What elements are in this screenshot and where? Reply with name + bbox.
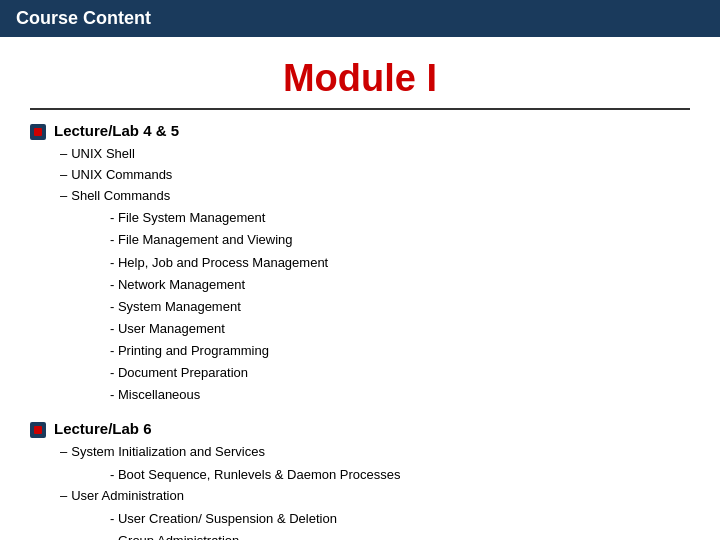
- list-item: – Shell Commands: [60, 186, 690, 207]
- sub-list-2: – System Initialization and Services - B…: [60, 442, 690, 540]
- list-item: - System Management: [110, 296, 690, 318]
- list-item: - Document Preparation: [110, 362, 690, 384]
- list-item: - File System Management: [110, 207, 690, 229]
- page-header: Course Content: [0, 0, 720, 37]
- sub-sub-list-user: - User Creation/ Suspension & Deletion -…: [110, 508, 690, 540]
- list-item: - Network Management: [110, 274, 690, 296]
- bullet-icon-1: [30, 124, 46, 140]
- list-item: - Boot Sequence, Runlevels & Daemon Proc…: [110, 464, 690, 486]
- sub-sub-list-init: - Boot Sequence, Runlevels & Daemon Proc…: [110, 464, 690, 486]
- section-lecture-lab-6: Lecture/Lab 6 – System Initialization an…: [30, 420, 690, 540]
- list-item: - Miscellaneous: [110, 384, 690, 406]
- section-title-1: Lecture/Lab 4 & 5: [54, 122, 179, 139]
- module-title: Module I: [30, 47, 690, 110]
- list-item: - Help, Job and Process Management: [110, 252, 690, 274]
- list-item: - User Management: [110, 318, 690, 340]
- list-item: - File Management and Viewing: [110, 229, 690, 251]
- list-item: – UNIX Commands: [60, 165, 690, 186]
- list-item: – User Administration: [60, 486, 690, 507]
- section-title-2: Lecture/Lab 6: [54, 420, 152, 437]
- list-item: - Group Administration: [110, 530, 690, 540]
- main-content: Module I Lecture/Lab 4 & 5 – UNIX Shell …: [0, 37, 720, 540]
- header-title: Course Content: [16, 8, 151, 28]
- list-item: - Printing and Programming: [110, 340, 690, 362]
- sub-list-1: – UNIX Shell – UNIX Commands – Shell Com…: [60, 144, 690, 406]
- list-item: - User Creation/ Suspension & Deletion: [110, 508, 690, 530]
- bullet-icon-2: [30, 422, 46, 438]
- section-lecture-lab-4-5: Lecture/Lab 4 & 5 – UNIX Shell – UNIX Co…: [30, 122, 690, 406]
- section-header-2: Lecture/Lab 6: [30, 420, 690, 438]
- sub-sub-list-shell: - File System Management - File Manageme…: [110, 207, 690, 406]
- list-item: – System Initialization and Services: [60, 442, 690, 463]
- section-header-1: Lecture/Lab 4 & 5: [30, 122, 690, 140]
- list-item: – UNIX Shell: [60, 144, 690, 165]
